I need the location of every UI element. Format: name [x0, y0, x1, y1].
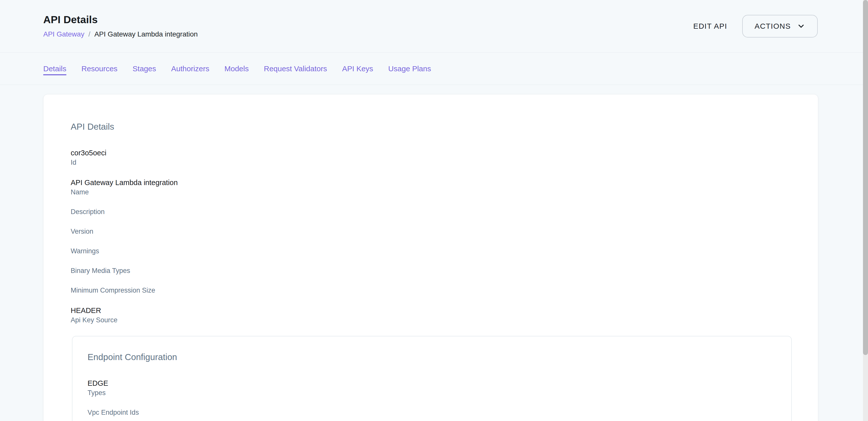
- field-warnings-label: Warnings: [71, 247, 818, 255]
- api-details-card: API Details cor3o5oeci Id API Gateway La…: [43, 94, 818, 421]
- field-id-label: Id: [71, 159, 818, 166]
- tab-models[interactable]: Models: [224, 64, 249, 73]
- field-warnings: Warnings: [71, 247, 818, 255]
- endpoint-configuration-card: Endpoint Configuration EDGE Types Vpc En…: [72, 336, 792, 421]
- field-types: EDGE Types: [88, 379, 791, 397]
- page-header: API Details API Gateway / API Gateway La…: [0, 0, 868, 53]
- main-content: API Details cor3o5oeci Id API Gateway La…: [0, 85, 868, 421]
- field-version: Version: [71, 228, 818, 235]
- field-vpc-endpoint-ids: Vpc Endpoint Ids: [88, 409, 791, 417]
- field-version-label: Version: [71, 228, 818, 235]
- field-id-value: cor3o5oeci: [71, 148, 818, 157]
- tab-request-validators[interactable]: Request Validators: [264, 64, 327, 73]
- actions-button-label: ACTIONS: [754, 22, 791, 30]
- field-types-value: EDGE: [88, 379, 791, 388]
- actions-button[interactable]: ACTIONS: [742, 15, 818, 37]
- scrollbar-thumb[interactable]: [863, 0, 868, 355]
- tab-api-keys[interactable]: API Keys: [342, 64, 373, 73]
- tab-bar: Details Resources Stages Authorizers Mod…: [0, 53, 868, 85]
- chevron-down-icon: [797, 22, 805, 30]
- breadcrumb-link-api-gateway[interactable]: API Gateway: [43, 30, 84, 38]
- breadcrumb-current: API Gateway Lambda integration: [94, 30, 198, 38]
- breadcrumb-separator: /: [88, 30, 90, 38]
- breadcrumb: API Gateway / API Gateway Lambda integra…: [43, 30, 198, 38]
- scrollbar-track[interactable]: [863, 0, 868, 421]
- field-id: cor3o5oeci Id: [71, 148, 818, 166]
- card-heading: API Details: [71, 122, 818, 131]
- field-name-label: Name: [71, 188, 818, 196]
- field-description-label: Description: [71, 208, 818, 216]
- field-name: API Gateway Lambda integration Name: [71, 178, 818, 196]
- tab-usage-plans[interactable]: Usage Plans: [389, 64, 431, 73]
- field-minimum-compression-size: Minimum Compression Size: [71, 286, 818, 294]
- field-api-key-source-label: Api Key Source: [71, 316, 818, 324]
- tab-resources[interactable]: Resources: [82, 64, 118, 73]
- field-name-value: API Gateway Lambda integration: [71, 178, 818, 187]
- field-description: Description: [71, 208, 818, 216]
- field-binary-media-types: Binary Media Types: [71, 267, 818, 275]
- header-actions: EDIT API ACTIONS: [693, 15, 818, 37]
- field-binary-media-types-label: Binary Media Types: [71, 267, 818, 275]
- field-api-key-source-value: HEADER: [71, 306, 818, 315]
- field-vpc-endpoint-ids-label: Vpc Endpoint Ids: [88, 409, 791, 417]
- field-minimum-compression-size-label: Minimum Compression Size: [71, 286, 818, 294]
- field-types-label: Types: [88, 389, 791, 397]
- page-title: API Details: [43, 14, 198, 25]
- field-api-key-source: HEADER Api Key Source: [71, 306, 818, 324]
- header-title-block: API Details API Gateway / API Gateway La…: [43, 14, 198, 38]
- tab-stages[interactable]: Stages: [132, 64, 156, 73]
- tab-details[interactable]: Details: [43, 64, 66, 73]
- endpoint-configuration-heading: Endpoint Configuration: [88, 353, 791, 361]
- tab-authorizers[interactable]: Authorizers: [171, 64, 210, 73]
- edit-api-button[interactable]: EDIT API: [693, 22, 727, 30]
